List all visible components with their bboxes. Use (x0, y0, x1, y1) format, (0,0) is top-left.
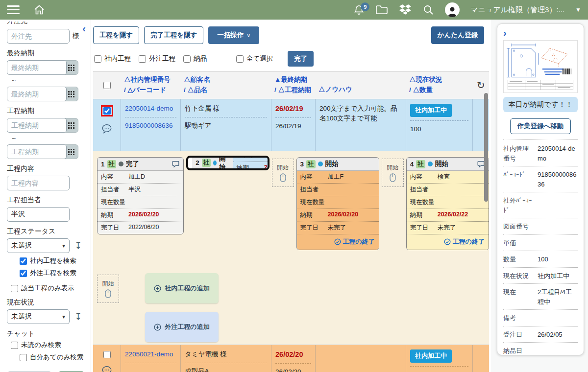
filter-delivery-checkbox-label[interactable]: 納品 (183, 54, 207, 63)
detail-field-row: 現在状況 社内加工中 (503, 268, 578, 284)
dropbox-icon[interactable] (399, 4, 412, 16)
col-header-id-barcode[interactable]: △社内管理番号/ △バーコード (121, 75, 181, 95)
start-dropzone[interactable]: 開始 (382, 159, 404, 187)
search-internal-checkbox[interactable] (20, 257, 27, 265)
checkbox-search-internal[interactable]: 社内工程を検索 (20, 256, 85, 265)
process-card-4[interactable]: 4 社 開始 内容検査 担当者 現在数量 納期2026/02/22 完了日未完了 (406, 157, 489, 250)
process-worker-input[interactable] (7, 207, 70, 222)
detail-field-row: 図面番号 (503, 218, 578, 235)
chat-bubble-icon[interactable] (101, 365, 112, 372)
checkbox-search-external[interactable]: 外注工程を検索 (20, 269, 85, 278)
panel-expand-icon[interactable]: › (503, 27, 507, 38)
process-status-select[interactable]: 未選択 ▾ (7, 238, 70, 253)
search-external-checkbox[interactable] (20, 270, 27, 277)
checkbox-mine-only[interactable]: 自分あてのみ検索 (20, 353, 85, 362)
table-row[interactable]: 22050014-demo9185000008636 竹下金属 様駆動ギア 26… (93, 99, 489, 151)
start-dropzone[interactable]: 開始 (272, 159, 294, 187)
outsourcer-suffix: 様 (73, 32, 79, 41)
table-row[interactable]: 22050021-demo タミヤ電機 様成型品A 26/02/2026/02/… (93, 345, 489, 372)
manage-number-link[interactable]: 22050014-demo (125, 105, 173, 112)
search-icon[interactable] (422, 4, 434, 16)
finish-process-link[interactable]: 工程の終了 (407, 234, 489, 250)
goto-work-register-button[interactable]: 作業登録へ移動 (510, 118, 571, 134)
chat-bubble-icon[interactable] (172, 160, 180, 168)
drawing-thumbnail[interactable] (503, 40, 578, 93)
bulk-action-button[interactable]: 一括操作∨ (208, 26, 259, 44)
filter-internal-checkbox-label[interactable]: 社内工程 (94, 54, 131, 63)
filter-delivery-checkbox[interactable] (183, 55, 191, 63)
item-name: 駆動ギア (185, 122, 212, 129)
chevron-down-icon: ▾ (62, 242, 65, 249)
mine-only-checkbox[interactable] (20, 354, 27, 361)
filter-external-checkbox[interactable] (139, 55, 146, 63)
detail-field-row: 備考 (503, 310, 578, 326)
process-due-from-input[interactable] (7, 118, 67, 133)
user-menu-caret-icon[interactable]: ▼ (575, 6, 581, 13)
vertical-scrollbar[interactable] (484, 93, 488, 202)
only-matching-checkbox[interactable] (11, 285, 18, 292)
process-due-to-input[interactable] (7, 144, 67, 159)
hide-done-process-button[interactable]: 完了工程を隠す (144, 26, 203, 44)
easy-register-button[interactable]: かんたん登録 (431, 26, 484, 44)
filter-internal-checkbox[interactable] (94, 55, 101, 63)
hide-process-button[interactable]: 工程を隠す (93, 26, 139, 44)
checkbox-only-matching[interactable]: 該当工程のみ表示 (11, 284, 85, 293)
sidebar-collapse-icon[interactable]: ‹ (82, 23, 86, 33)
main-content: 工程を隠す 完了工程を隠す 一括操作∨ かんたん登録 社内工程 外注工程 納品 … (91, 20, 491, 372)
range-tilde: ~ (12, 135, 85, 142)
final-due-to-input[interactable] (7, 87, 67, 101)
unread-only-checkbox[interactable] (11, 342, 18, 349)
row-select-checkbox[interactable] (103, 107, 111, 115)
avatar[interactable] (445, 2, 460, 17)
home-icon[interactable] (33, 4, 45, 16)
internal-type-badge: 社 (306, 160, 316, 168)
detail-field-row: 単価 (503, 235, 578, 252)
process-card-3[interactable]: 3 社 開始 内容加工F 担当者 現在数量 納期2026/02/20 完了日未完… (296, 157, 379, 250)
detail-field-row: 社内管理番号 22050014-demo (503, 140, 578, 166)
select-all-checkbox-label[interactable]: 全て選択 (236, 54, 273, 63)
done-button[interactable]: 完了 (288, 51, 314, 67)
apply-below-icon[interactable]: ↧ (74, 311, 82, 322)
col-header-customer-item[interactable]: △顧客名/ △品名 (181, 75, 271, 95)
detail-field-value (538, 222, 578, 232)
barcode-link[interactable]: 9185000008636 (125, 122, 173, 129)
user-role-label[interactable]: マニュアル権限（管理3）:... (470, 5, 564, 15)
internal-type-badge: 社 (107, 160, 117, 168)
process-status-label: 工程ステータス (7, 227, 85, 236)
status-badge: 社内加工中 (410, 349, 452, 363)
notification-bell-icon[interactable]: 9 (353, 4, 365, 16)
detail-field-label: ﾊﾞｰｺｰﾄﾞ (503, 170, 535, 189)
col-header-due[interactable]: ▲最終納期/ △工程納期 (271, 75, 316, 95)
item-name: 成型品A (185, 368, 209, 372)
add-external-process-button[interactable]: 外注工程の追加 (145, 312, 219, 342)
header-select-checkbox[interactable] (103, 82, 111, 89)
menu-icon[interactable] (7, 5, 20, 14)
row-select-checkbox[interactable] (103, 351, 111, 358)
process-card-1[interactable]: 1 社 完了 内容加工D 担当者半沢 現在数量 納期2026/02/20 完了日… (97, 157, 184, 234)
col-header-knowhow[interactable]: △ノウハウ (316, 85, 406, 99)
col-header-status-qty[interactable]: △現在状況/ △数量 (406, 75, 473, 95)
filter-external-checkbox-label[interactable]: 外注工程 (139, 54, 175, 63)
filter-sidebar: ‹ 外注先 様 最終納期 ~ 工程納期 ~ 工程内容 工程担当者 (0, 20, 91, 372)
detail-field-label: 単価 (503, 238, 535, 248)
detail-field-label: 社外ﾊﾞｰｺｰﾄﾞ (503, 196, 535, 215)
refresh-icon[interactable]: ↻ (473, 79, 489, 91)
process-card-2-selected[interactable]: 2 社 開始 内容加工E 担当者黒崎 現在数量 納期2026/02/19 完了日… (186, 156, 269, 170)
manage-number-link[interactable]: 22050021-demo (125, 350, 173, 358)
detail-field-value: 26/02/05 (538, 330, 578, 340)
current-status-select[interactable]: 未選択 ▾ (7, 309, 70, 324)
detail-field-value: 100 (538, 255, 578, 264)
start-dropzone[interactable]: 開始 (97, 275, 119, 303)
folder-icon[interactable] (375, 4, 388, 15)
chat-bubble-icon[interactable] (101, 123, 112, 134)
finish-process-link[interactable]: 工程の終了 (297, 234, 379, 250)
process-due-date: 26/02/20 (275, 368, 301, 372)
final-due-from-input[interactable] (7, 60, 67, 75)
detail-field-value: 社内加工中 (538, 271, 578, 281)
process-content-input[interactable] (7, 176, 70, 190)
apply-below-icon[interactable]: ↧ (74, 240, 82, 251)
add-internal-process-button[interactable]: 社内工程の追加 (145, 273, 219, 303)
select-all-checkbox[interactable] (236, 55, 244, 63)
checkbox-unread-only[interactable]: 未読のみ検索 (11, 341, 85, 349)
outsourcer-input[interactable] (7, 29, 70, 44)
